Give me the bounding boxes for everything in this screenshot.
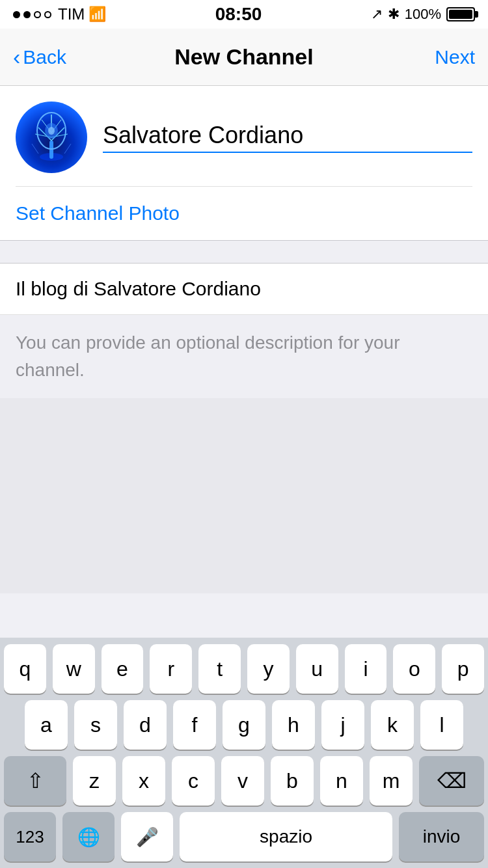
profile-section: Set Channel Photo — [0, 86, 488, 240]
svg-line-12 — [32, 144, 38, 154]
battery-icon — [446, 7, 475, 21]
dot1 — [13, 11, 20, 18]
keyboard-row-3: ⇧ z x c v b n m ⌫ — [4, 756, 484, 806]
delete-key[interactable]: ⌫ — [419, 756, 484, 806]
avatar-inner — [16, 102, 87, 173]
avatar[interactable] — [16, 102, 87, 173]
back-button[interactable]: ‹ Back — [13, 44, 91, 70]
key-q[interactable]: q — [4, 644, 46, 694]
key-y[interactable]: y — [247, 644, 290, 694]
key-a[interactable]: a — [25, 700, 68, 750]
svg-point-11 — [48, 127, 55, 135]
key-f[interactable]: f — [173, 700, 216, 750]
signal-dots — [13, 11, 51, 18]
numbers-key[interactable]: 123 — [4, 812, 56, 861]
globe-key[interactable]: 🌐 — [62, 812, 115, 861]
key-w[interactable]: w — [53, 644, 95, 694]
profile-row — [16, 102, 472, 187]
key-u[interactable]: u — [296, 644, 338, 694]
status-left: TIM 📶 — [13, 5, 106, 23]
return-key[interactable]: invio — [399, 812, 484, 861]
key-h[interactable]: h — [272, 700, 315, 750]
mic-key[interactable]: 🎤 — [121, 812, 173, 861]
location-icon: ↗ — [371, 6, 383, 23]
key-r[interactable]: r — [150, 644, 192, 694]
keyboard-row-4: 123 🌐 🎤 spazio invio — [4, 812, 484, 861]
status-bar: TIM 📶 08:50 ↗ ✱ 100% — [0, 0, 488, 29]
key-z[interactable]: z — [73, 756, 116, 806]
key-o[interactable]: o — [393, 644, 435, 694]
status-right: ↗ ✱ 100% — [371, 6, 475, 23]
keyboard-row-2: a s d f g h j k l — [4, 700, 484, 750]
battery-fill — [449, 10, 472, 19]
key-m[interactable]: m — [370, 756, 413, 806]
keyboard-row-1: q w e r t y u i o p — [4, 644, 484, 694]
key-j[interactable]: j — [321, 700, 364, 750]
back-label: Back — [23, 46, 66, 68]
description-hint: You can provide an optional description … — [0, 315, 488, 398]
key-p[interactable]: p — [442, 644, 484, 694]
channel-name-input[interactable] — [103, 122, 472, 153]
nav-bar: ‹ Back New Channel Next — [0, 29, 488, 86]
description-section — [0, 264, 488, 315]
next-button[interactable]: Next — [397, 46, 475, 68]
back-chevron-icon: ‹ — [13, 44, 20, 70]
key-v[interactable]: v — [221, 756, 264, 806]
key-x[interactable]: x — [122, 756, 165, 806]
key-d[interactable]: d — [124, 700, 167, 750]
key-k[interactable]: k — [371, 700, 414, 750]
set-channel-photo-button[interactable]: Set Channel Photo — [16, 202, 180, 224]
status-time: 08:50 — [215, 4, 262, 25]
space-key[interactable]: spazio — [180, 812, 392, 861]
key-l[interactable]: l — [420, 700, 463, 750]
battery-percent: 100% — [405, 6, 441, 23]
dot3 — [34, 11, 41, 18]
wifi-icon: 📶 — [88, 6, 106, 23]
bluetooth-icon: ✱ — [388, 6, 400, 23]
keyboard: q w e r t y u i o p a s d f g h j k l ⇧ … — [0, 638, 488, 868]
key-e[interactable]: e — [102, 644, 144, 694]
key-c[interactable]: c — [172, 756, 215, 806]
shift-key[interactable]: ⇧ — [4, 756, 66, 806]
key-b[interactable]: b — [271, 756, 314, 806]
key-n[interactable]: n — [320, 756, 363, 806]
set-photo-row: Set Channel Photo — [16, 187, 472, 240]
key-i[interactable]: i — [345, 644, 387, 694]
svg-line-13 — [64, 144, 71, 154]
section-separator — [0, 240, 488, 264]
carrier-label: TIM — [58, 5, 85, 23]
dot2 — [23, 11, 31, 18]
key-t[interactable]: t — [198, 644, 241, 694]
dot4 — [44, 11, 51, 18]
channel-name-field[interactable] — [0, 264, 488, 315]
tree-svg — [29, 108, 74, 167]
key-s[interactable]: s — [74, 700, 117, 750]
middle-area — [0, 398, 488, 593]
key-g[interactable]: g — [223, 700, 265, 750]
page-title: New Channel — [174, 44, 313, 70]
